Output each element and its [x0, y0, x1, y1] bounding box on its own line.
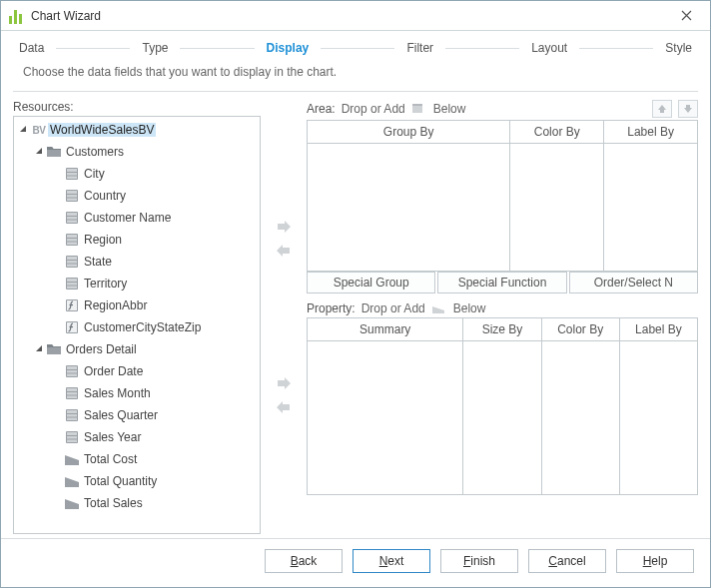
property-cell-labelby[interactable]: [619, 341, 697, 495]
area-move-down-button[interactable]: [678, 100, 698, 118]
tree-field-node[interactable]: Sales Year: [14, 426, 260, 448]
arrow-left-icon: [276, 400, 292, 414]
next-button[interactable]: Next: [353, 549, 430, 573]
tree-field-node[interactable]: State: [14, 251, 260, 273]
database-field-icon: [64, 407, 80, 423]
area-cell-groupby[interactable]: [308, 144, 510, 272]
wizard-step-layout[interactable]: Layout: [527, 41, 571, 55]
svg-rect-29: [67, 366, 77, 369]
area-button-row: Special Group Special Function Order/Sel…: [307, 272, 698, 294]
svg-rect-18: [67, 261, 77, 264]
tree-field-node[interactable]: Region: [14, 229, 260, 251]
tree-field-node[interactable]: Sales Quarter: [14, 404, 260, 426]
property-grid[interactable]: Summary Size By Color By Label By: [307, 317, 698, 495]
tree-field-node[interactable]: City: [14, 163, 260, 185]
tree-field-node[interactable]: Total Cost: [14, 448, 260, 470]
tree-folder-node[interactable]: Orders Detail: [14, 338, 260, 360]
chevron-down-icon: [35, 147, 44, 156]
dialog-footer: Back Next Finish Cancel Help: [1, 538, 710, 587]
area-col-colorby[interactable]: Color By: [510, 121, 604, 144]
step-separator: [321, 48, 394, 49]
arrow-up-icon: [657, 104, 667, 114]
tree-field-node[interactable]: RegionAbbr: [14, 294, 260, 316]
property-col-summary[interactable]: Summary: [308, 318, 463, 341]
area-grid[interactable]: Group By Color By Label By: [307, 120, 698, 272]
property-panel-header: Property: Drop or Add Below: [307, 301, 698, 315]
step-separator: [579, 48, 653, 49]
special-function-button[interactable]: Special Function: [437, 272, 566, 294]
help-button[interactable]: Help: [616, 549, 694, 573]
close-icon: [681, 10, 692, 21]
tree-root-node[interactable]: BVWorldWideSalesBV: [14, 119, 260, 141]
property-cell-sizeby[interactable]: [463, 341, 541, 495]
tree-field-node[interactable]: CustomerCityStateZip: [14, 316, 260, 338]
wizard-step-data[interactable]: Data: [15, 41, 48, 55]
tree-node-label: City: [84, 167, 105, 181]
svg-rect-35: [67, 396, 77, 399]
tree-node-label: Region: [84, 233, 122, 247]
svg-rect-44: [412, 106, 422, 113]
arrow-down-icon: [683, 104, 693, 114]
add-to-property-button[interactable]: [273, 373, 295, 393]
remove-from-property-button[interactable]: [273, 397, 295, 417]
expand-toggle-icon[interactable]: [32, 344, 46, 355]
database-field-icon: [64, 363, 80, 379]
area-col-labelby[interactable]: Label By: [604, 121, 698, 144]
tree-node-label: Total Cost: [84, 452, 137, 466]
svg-rect-1: [67, 169, 77, 172]
close-button[interactable]: [668, 5, 704, 27]
tree-field-node[interactable]: Total Quantity: [14, 470, 260, 492]
back-button[interactable]: Back: [265, 549, 343, 573]
tree-field-node[interactable]: Order Date: [14, 360, 260, 382]
property-cell-colorby[interactable]: [541, 341, 619, 495]
tree-node-label: Sales Month: [84, 386, 151, 400]
tree-node-label: Order Date: [84, 364, 143, 378]
finish-button[interactable]: Finish: [440, 549, 518, 573]
area-title-text: Drop or Add: [342, 102, 405, 116]
property-title-text: Drop or Add: [361, 301, 425, 315]
property-col-labelby[interactable]: Label By: [619, 318, 697, 341]
add-to-area-button[interactable]: [273, 217, 295, 237]
step-separator: [56, 48, 130, 49]
svg-rect-30: [67, 370, 77, 373]
tree-field-node[interactable]: Country: [14, 185, 260, 207]
wizard-step-filter[interactable]: Filter: [402, 41, 437, 55]
property-col-sizeby[interactable]: Size By: [463, 318, 541, 341]
tree-node-label: RegionAbbr: [84, 298, 147, 312]
tree-field-node[interactable]: Sales Month: [14, 382, 260, 404]
order-select-n-button[interactable]: Order/Select N: [569, 272, 698, 294]
property-cell-summary[interactable]: [308, 341, 463, 495]
area-cell-labelby[interactable]: [604, 144, 698, 272]
svg-rect-5: [67, 191, 77, 194]
database-field-icon: [64, 429, 80, 445]
svg-rect-15: [67, 243, 77, 246]
svg-rect-17: [67, 257, 77, 260]
tree-folder-node[interactable]: Customers: [14, 141, 260, 163]
resources-panel: Resources: BVWorldWideSalesBVCustomersCi…: [13, 100, 261, 534]
database-field-icon: [64, 276, 80, 292]
svg-rect-39: [67, 418, 77, 421]
wizard-step-display[interactable]: Display: [263, 41, 314, 55]
special-group-button[interactable]: Special Group: [307, 272, 435, 294]
wizard-step-type[interactable]: Type: [138, 41, 172, 55]
svg-rect-31: [67, 374, 77, 377]
resources-label: Resources:: [13, 100, 261, 114]
tree-field-node[interactable]: Total Sales: [14, 492, 260, 514]
expand-toggle-icon[interactable]: [32, 147, 46, 158]
remove-from-area-button[interactable]: [273, 241, 295, 261]
area-col-groupby[interactable]: Group By: [308, 121, 510, 144]
wizard-step-style[interactable]: Style: [661, 41, 696, 55]
tree-node-label: Customers: [66, 145, 124, 159]
resources-tree[interactable]: BVWorldWideSalesBVCustomersCityCountryCu…: [14, 117, 260, 533]
transfer-buttons-column: [267, 100, 301, 534]
tree-field-node[interactable]: Territory: [14, 273, 260, 294]
property-col-colorby[interactable]: Color By: [541, 318, 619, 341]
expand-toggle-icon[interactable]: [16, 125, 30, 136]
formula-field-icon: [64, 319, 80, 335]
area-cell-colorby[interactable]: [510, 144, 604, 272]
tree-node-label: WorldWideSalesBV: [48, 123, 156, 137]
cancel-button[interactable]: Cancel: [528, 549, 606, 573]
area-move-up-button[interactable]: [652, 100, 672, 118]
folder-icon: [46, 341, 62, 357]
tree-field-node[interactable]: Customer Name: [14, 207, 260, 229]
